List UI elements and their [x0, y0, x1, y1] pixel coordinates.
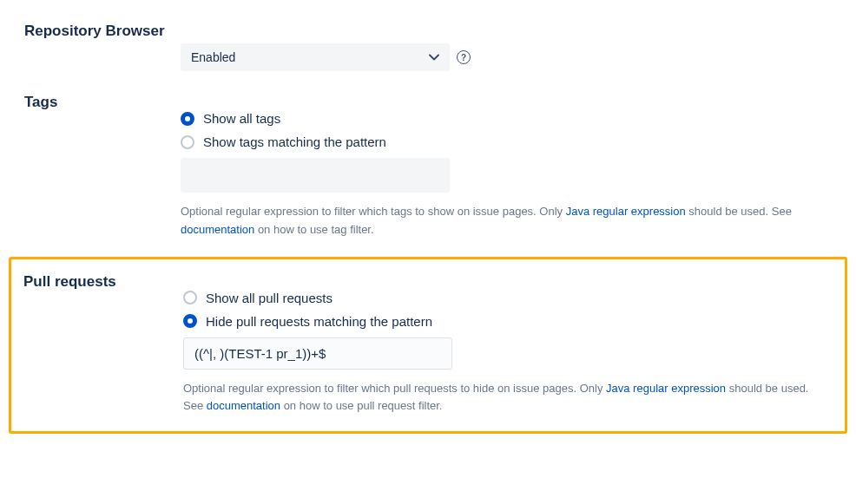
pr-radio-pattern-label: Hide pull requests matching the pattern: [206, 314, 432, 329]
documentation-link[interactable]: documentation: [207, 399, 280, 412]
java-regex-link[interactable]: Java regular expression: [606, 382, 726, 395]
pr-radio-all[interactable]: Show all pull requests: [183, 291, 833, 305]
repository-browser-label: Repository Browser: [24, 17, 181, 40]
tags-row: Tags Show all tags Show tags matching th…: [24, 88, 832, 239]
tags-pattern-input[interactable]: [181, 158, 450, 193]
tags-radio-pattern[interactable]: Show tags matching the pattern: [181, 134, 832, 149]
repository-browser-row: Repository Browser Enabled ?: [24, 17, 832, 71]
repo-browser-select[interactable]: Enabled: [181, 43, 450, 71]
help-icon[interactable]: ?: [457, 50, 471, 64]
repo-browser-select-value: Enabled: [191, 50, 235, 64]
java-regex-link[interactable]: Java regular expression: [566, 205, 686, 218]
tags-label: Tags: [24, 88, 181, 111]
radio-icon: [181, 112, 194, 126]
radio-icon: [183, 291, 197, 304]
chevron-down-icon: [429, 51, 439, 63]
pr-radio-pattern[interactable]: Hide pull requests matching the pattern: [183, 314, 833, 329]
pull-requests-highlight: Pull requests Show all pull requests Hid…: [9, 257, 847, 435]
tags-radio-all[interactable]: Show all tags: [181, 111, 832, 126]
documentation-link[interactable]: documentation: [181, 223, 254, 236]
pr-help-text: Optional regular expression to filter wh…: [183, 380, 826, 416]
radio-icon: [181, 135, 194, 149]
pull-requests-label: Pull requests: [23, 270, 183, 291]
pull-requests-row: Pull requests Show all pull requests Hid…: [23, 270, 833, 416]
tags-radio-all-label: Show all tags: [203, 111, 280, 126]
tags-help-text: Optional regular expression to filter wh…: [181, 203, 823, 239]
tags-radio-pattern-label: Show tags matching the pattern: [203, 134, 386, 149]
pr-radio-all-label: Show all pull requests: [206, 291, 333, 305]
repo-browser-select-wrapper: Enabled ?: [181, 43, 832, 71]
pr-pattern-input[interactable]: [183, 337, 452, 370]
radio-icon: [183, 314, 197, 328]
